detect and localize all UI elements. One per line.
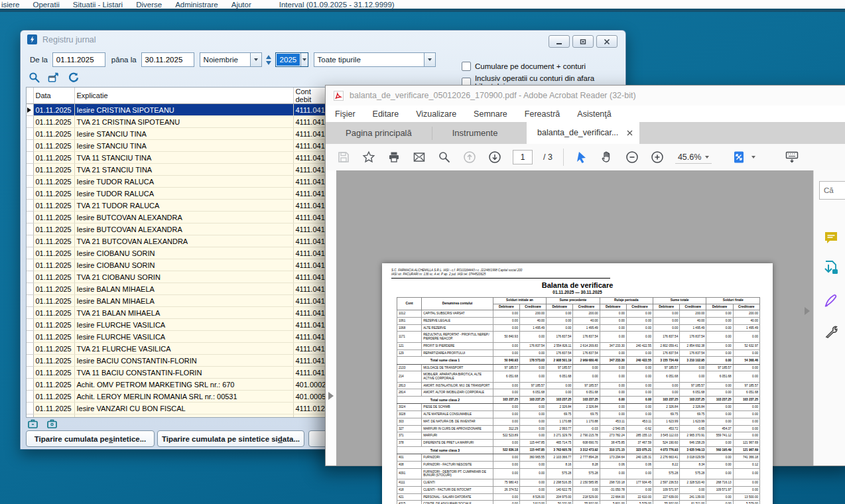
table-row[interactable]: 01.11.2025Iesire BALAN MIHAELA4111.0416 xyxy=(27,283,330,295)
to-date-input[interactable]: 30.11.2025 xyxy=(141,52,194,67)
from-date-input[interactable]: 01.11.2025 xyxy=(52,52,105,67)
table-row[interactable]: 01.11.2025Iesire STANCIU TINA4111.0418 xyxy=(27,128,330,140)
menu-fereastra[interactable]: Fereastră xyxy=(525,109,560,119)
checkbox-cumulare[interactable]: Cumulare pe document + conturi xyxy=(462,62,625,71)
fill-sign-icon[interactable] xyxy=(823,292,839,308)
archive-icon[interactable] xyxy=(27,418,38,432)
menu-fisiere[interactable]: isiere xyxy=(1,1,19,9)
hand-tool-icon[interactable] xyxy=(600,150,614,164)
table-row[interactable]: 01.11.2025Iesire FLURCHE VASILICA4111.04… xyxy=(27,331,330,343)
table-row[interactable]: 01.11.2025TVA 11 STANCIU TINA4111.0418 xyxy=(27,152,330,164)
tab-document[interactable]: balanta_de_verificar... xyxy=(527,122,639,144)
table-row[interactable]: 01.11.2025TVA 11 BACIU CONSTANTIN-FLORIN… xyxy=(27,367,330,379)
menu-situatii-listari[interactable]: Situatii - Listari xyxy=(73,1,123,9)
tab-home[interactable]: Pagina principală xyxy=(326,122,432,144)
touch-mode-icon[interactable] xyxy=(785,150,799,164)
type-select[interactable]: Toate tipurile xyxy=(314,52,436,67)
table-row[interactable]: 01.11.2025Iesire BALAN MIHAELA4111.0416 xyxy=(27,295,330,307)
refresh-icon[interactable] xyxy=(68,72,80,86)
comment-icon[interactable] xyxy=(823,229,839,245)
table-row[interactable]: 01.11.2025TVA 21 CRISTINA SIPOTEANU4111.… xyxy=(27,116,330,128)
email-icon[interactable] xyxy=(412,150,426,164)
archive-icon-2[interactable] xyxy=(46,418,58,432)
tiparire-sintetice-button[interactable]: Tiparire cumulata pe sintetice... xyxy=(26,430,155,447)
table-row[interactable]: 01.11.2025Iesire VANZARI CU BON FISCAL41… xyxy=(27,403,330,414)
table-row[interactable]: 01.11.2025Iesire TUDOR RALUCA4111.0416 xyxy=(27,188,330,200)
type-dropdown-icon[interactable] xyxy=(424,53,435,66)
document-area[interactable]: S.C. FARMACIA ALCHEMILLA S.R.L. IASI - c… xyxy=(336,170,813,466)
export-icon[interactable] xyxy=(48,72,60,86)
minimize-button[interactable] xyxy=(549,35,570,48)
menu-operatii[interactable]: Operatii xyxy=(32,1,59,9)
restore-button[interactable] xyxy=(572,35,594,48)
table-row[interactable]: 01.11.2025TVA 21 CIOBANU SORIN4111.0418 xyxy=(27,271,330,283)
tab-close-icon[interactable] xyxy=(627,130,633,136)
fit-dropdown-icon[interactable] xyxy=(751,156,755,158)
expand-tools-panel-icon[interactable] xyxy=(805,307,810,315)
table-row[interactable]: 01.11.2025TVA 21 FLURCHE VASILICA4111.04… xyxy=(27,343,330,355)
table-row[interactable]: 01.11.2025Iesire BUTCOVAN ALEXANDRA4111.… xyxy=(27,223,330,235)
table-row[interactable]: 01.11.2025Iesire BACIU CONSTANTIN-FLORIN… xyxy=(27,355,330,367)
menu-fisier[interactable]: Fişier xyxy=(335,109,356,119)
table-row[interactable]: 01.11.2025Iesire CIOBANU SORIN4111.0418 xyxy=(27,247,330,259)
table-row[interactable]: 01.11.2025Iesire CIOBANU SORIN4111.0418 xyxy=(27,259,330,271)
fit-page-icon[interactable] xyxy=(732,150,746,164)
select-tool-icon[interactable] xyxy=(574,150,589,164)
table-row[interactable]: 01.11.2025TVA 21 BUTCOVAN ALEXANDRA4111.… xyxy=(27,235,330,247)
menu-diverse[interactable]: Diverse xyxy=(136,1,162,9)
menu-administrare[interactable]: Administrare xyxy=(175,1,218,9)
menu-semnare[interactable]: Semnare xyxy=(474,109,507,119)
page-number-input[interactable]: 1 xyxy=(513,150,533,164)
export-pdf-icon[interactable] xyxy=(823,259,839,275)
table-row[interactable]: 01.11.2025Iesire VANZARI CU BON FISCAL41… xyxy=(27,414,330,418)
table-row[interactable]: 01.11.2025Achit. LEROY MERLIN ROMANIA SR… xyxy=(27,391,330,403)
year-select[interactable]: 2025 xyxy=(275,52,308,67)
table-row[interactable]: 01.11.2025Achit. OMV PETROM MARKETING SR… xyxy=(27,379,330,391)
find-icon[interactable] xyxy=(437,150,452,164)
star-icon[interactable] xyxy=(361,150,376,164)
year-spinner[interactable] xyxy=(266,55,271,65)
year-dropdown-icon[interactable] xyxy=(300,53,307,66)
menu-ajutor[interactable]: Ajutor xyxy=(231,1,251,9)
table-row[interactable]: 01.11.2025TVA 21 STANCIU TINA4111.0418 xyxy=(27,164,330,176)
col-explicatie[interactable]: Explicatie xyxy=(74,88,293,104)
zoom-level-select[interactable]: 45.6% xyxy=(675,151,712,164)
col-data[interactable]: Data xyxy=(33,88,74,104)
save-icon[interactable] xyxy=(336,150,351,164)
tab-tools[interactable]: Instrumente xyxy=(432,122,518,144)
table-row[interactable]: 01.11.2025Iesire STANCIU TINA4111.0418 xyxy=(27,140,330,152)
month-select[interactable]: Noiembrie xyxy=(200,52,262,67)
table-row[interactable]: 01.11.2025Iesire BUTCOVAN ALEXANDRA4111.… xyxy=(27,212,330,223)
acrobat-titlebar: balanta_de_verificare_05012026_170900.pd… xyxy=(326,86,845,105)
menu-vizualizare[interactable]: Vizualizare xyxy=(416,109,456,119)
zoom-out-icon[interactable] xyxy=(625,150,639,164)
more-tools-icon[interactable] xyxy=(823,324,839,340)
zoom-in-icon[interactable] xyxy=(650,150,665,164)
table-row[interactable]: 01.11.2025TVA 21 TUDOR RALUCA4111.0416 xyxy=(27,200,330,212)
pdf-row: 2814AMORT. ALTOR IMOBILIZARI CORPORALE0.… xyxy=(397,389,760,397)
checkbox-icon[interactable] xyxy=(462,62,471,71)
search-icon[interactable] xyxy=(29,72,40,86)
spinner-down-icon[interactable] xyxy=(266,61,271,65)
table-row[interactable]: 01.11.2025TVA 21 BALAN MIHAELA4111.0416 xyxy=(27,307,330,319)
expand-nav-panel-icon[interactable] xyxy=(328,392,334,400)
menu-interval[interactable]: Interval (01.09.2025 - 31.12.9999) xyxy=(279,1,395,9)
table-row[interactable]: 01.11.2025Iesire FLURCHE VASILICA4111.04… xyxy=(27,319,330,331)
table-row[interactable]: 01.11.2025Iesire TUDOR RALUCA4111.0416 xyxy=(27,176,330,188)
menu-asistenta[interactable]: Asistenţă xyxy=(577,109,611,119)
pdf-group-header: Cont Denumirea contului Solduri initiale… xyxy=(397,297,760,304)
table-row[interactable]: 01.11.2025Iesire CRISTINA SIPOTEANU4111.… xyxy=(27,104,330,116)
acrobat-toolbar: 1 / 3 45.6% xyxy=(326,144,845,171)
row-selector xyxy=(27,212,33,223)
pdf-divider xyxy=(391,278,610,279)
month-dropdown-icon[interactable] xyxy=(250,53,261,66)
menu-editare[interactable]: Editare xyxy=(373,109,399,119)
page-up-icon[interactable] xyxy=(462,150,477,164)
spinner-up-icon[interactable] xyxy=(266,55,271,59)
zoom-dropdown-icon[interactable] xyxy=(705,156,709,158)
tiparire-sintetice-data-button[interactable]: Tiparire cumulata pe sintetice si data..… xyxy=(157,430,304,447)
close-button[interactable] xyxy=(596,35,618,48)
tools-search-input[interactable]: Că xyxy=(819,181,845,200)
print-icon[interactable] xyxy=(387,150,401,164)
page-down-icon[interactable] xyxy=(487,150,502,164)
